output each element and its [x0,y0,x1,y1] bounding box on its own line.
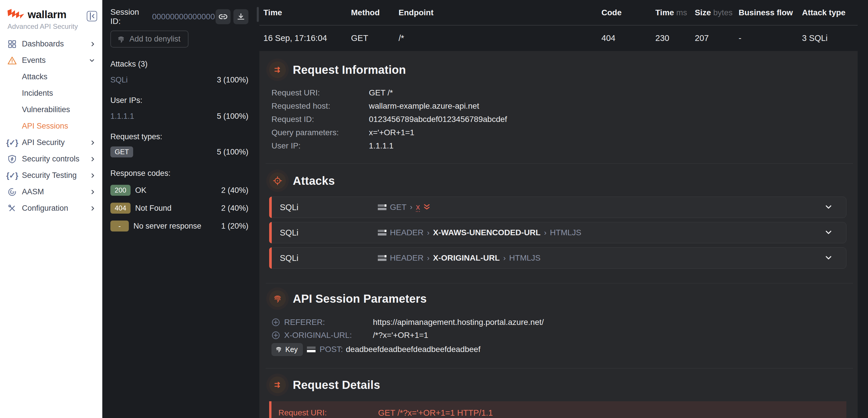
sidebar: wallarm Advanced API Security Dashboards… [0,0,102,418]
sidebar-item-label: API Security [22,138,65,147]
col-method[interactable]: Method [351,8,399,17]
sidebar-item-attacks[interactable]: Attacks [0,69,102,85]
sidebar-item-api-sessions[interactable]: API Sessions [0,118,102,135]
param-label: X-ORIGINAL-URL: [284,331,369,340]
sidebar-item-aasm[interactable]: AASM [0,184,102,200]
user-ip-row: 1.1.1.1 5 (100%) [111,112,248,121]
attack-type-link[interactable]: SQLi [111,76,128,85]
sidebar-item-label: Attacks [22,72,48,81]
col-code[interactable]: Code [601,8,655,17]
add-to-denylist-button[interactable]: Add to denylist [111,31,188,48]
col-business-flow[interactable]: Business flow [739,8,802,17]
response-code-row: - No server response 1 (20%) [111,220,248,232]
col-time[interactable]: Time [264,8,351,17]
plus-circle-icon[interactable] [272,318,280,327]
sidebar-item-dashboards[interactable]: Dashboards [0,36,102,52]
col-endpoint[interactable]: Endpoint [399,8,601,17]
plus-circle-icon[interactable] [272,331,280,339]
kv-label: Requested host: [272,101,369,111]
crumb-header-name: X-WAWS-UNENCODED-URL [433,228,540,237]
fingerprint-icon [117,35,125,43]
session-id-value[interactable]: 00000000000000... [152,12,216,21]
sidebar-item-label: Incidents [22,89,53,98]
kv-label: User IP: [272,141,369,150]
crumb-point: HEADER [390,253,424,263]
sidebar-item-api-security[interactable]: {✓} API Security [0,135,102,151]
cell-business-flow: - [739,33,802,43]
main-content: Time Method Endpoint Code Timems Sizebyt… [259,0,868,418]
sidebar-item-events[interactable]: Events [0,52,102,69]
sidebar-item-security-testing[interactable]: {✓} Security Testing [0,167,102,184]
attack-card[interactable]: SQLi HEADER › X-ORIGINAL-URL › HTMLJS [269,247,846,269]
crumb-param[interactable]: x [416,203,420,212]
session-summary-panel: Session ID: 00000000000000... Add to den… [102,0,259,418]
method-badge: GET [111,146,133,157]
expand-chevron-icon[interactable] [825,205,832,210]
kv-value: 1.1.1.1 [369,141,394,150]
cell-size: 207 [695,33,739,43]
denylist-label: Add to denylist [129,35,180,43]
expand-chevron-icon[interactable] [825,230,832,235]
download-button[interactable] [234,9,248,24]
section-title: Request Information [293,63,406,77]
sidebar-item-label: Configuration [22,204,68,213]
chevron-right-icon [91,41,95,47]
wallarm-logo-icon [7,9,24,21]
col-attack-type[interactable]: Attack type [802,8,858,17]
param-value: https://apimanagement.hosting.portal.azu… [373,318,544,327]
braces-check-icon: {✓} [7,171,17,180]
sidebar-item-label: API Sessions [22,122,68,130]
sidebar-item-label: Events [22,56,46,65]
attack-cards: SQLi GET › x SQLi HEADER › X-WAWS-UNENCO… [269,197,846,269]
col-time-ms[interactable]: Timems [655,8,695,17]
status-count: 2 (40%) [221,204,248,213]
attack-card[interactable]: SQLi HEADER › X-WAWS-UNENCODED-URL › HTM… [269,222,846,243]
param-label: POST: [319,345,343,354]
section-title: API Session Parameters [293,292,427,305]
copy-link-button[interactable] [216,9,230,24]
fingerprint-icon [269,290,286,307]
request-information-rows: Request URI:GET /* Requested host:wallar… [272,86,858,152]
crumb-separator: › [503,254,506,263]
kv-value: GET /*?x='+OR+1=1 HTTP/1.1 [378,408,493,418]
sidebar-item-security-controls[interactable]: Security controls [0,151,102,167]
request-information-header: Request Information [269,51,858,78]
sidebar-item-vulnerabilities[interactable]: Vulnerabilities [0,101,102,118]
section-title: Attacks [293,174,335,187]
col-size[interactable]: Sizebytes [695,8,739,17]
expand-chevron-icon[interactable] [825,256,832,260]
attack-card[interactable]: SQLi GET › x [269,197,846,218]
sidebar-collapse-button[interactable] [87,11,97,21]
tools-icon [7,204,17,213]
attacks-summary-title: Attacks (3) [111,60,248,69]
chevron-right-icon [91,206,95,211]
request-type-row: GET 5 (100%) [111,146,248,157]
sidebar-item-incidents[interactable]: Incidents [0,85,102,101]
sidebar-nav: Dashboards Events Attacks Incidents Vuln… [0,36,102,216]
session-id-label: Session ID: [111,7,148,26]
section-divider [266,368,853,368]
key-badge[interactable]: Key [272,343,303,356]
parameter-icon [378,204,386,210]
request-row[interactable]: 16 Sep, 17:16:04 GET /* 404 230 207 - 3 … [259,25,858,51]
param-label: REFERER: [284,318,369,327]
panel-scrollbar[interactable] [257,7,259,22]
request-types-title: Request types: [111,132,248,141]
crumb-encoding: HTMLJS [509,253,540,263]
request-type-count: 5 (100%) [217,148,248,156]
sidebar-item-configuration[interactable]: Configuration [0,200,102,216]
param-value: /*?x='+OR+1=1 [373,331,428,340]
user-ip-link[interactable]: 1.1.1.1 [111,112,134,121]
crumb-separator: › [544,228,547,237]
parameter-icon [378,255,386,261]
response-code-row: 200 OK 2 (40%) [111,185,248,196]
crumb-encoding: HTMLJS [550,228,581,237]
attack-stat-row: SQLi 3 (100%) [111,76,248,85]
chevron-down-icon [89,59,95,63]
fingerprint-icon [275,346,282,353]
crumb-header-name: X-ORIGINAL-URL [433,253,500,263]
status-badge: 404 [111,203,130,214]
logo-block: wallarm Advanced API Security [0,0,102,31]
kv-value: wallarm-example.azure-api.net [369,101,479,111]
crumb-point: HEADER [390,228,424,237]
